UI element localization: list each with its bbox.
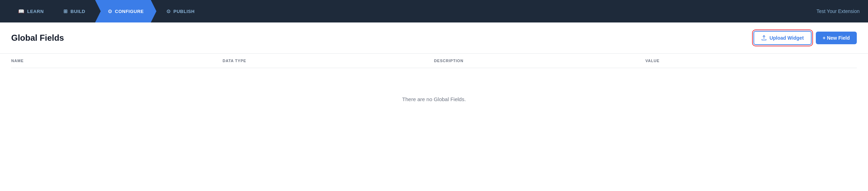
table-container: NAME DATA TYPE DESCRIPTION VALUE There a…	[0, 54, 868, 130]
configure-icon: ⊙	[108, 8, 112, 14]
build-icon: ⊞	[63, 8, 68, 14]
nav-item-build-label: BUILD	[70, 9, 85, 14]
col-header-datatype: DATA TYPE	[223, 59, 434, 63]
empty-state: There are no Global Fields.	[11, 68, 857, 130]
nav-steps: 📖 LEARN ⊞ BUILD ⊙ CONFIGURE ⊙ PUBLISH	[8, 0, 205, 22]
nav-item-publish-label: PUBLISH	[173, 9, 195, 14]
upload-widget-label: Upload Widget	[770, 35, 804, 41]
empty-message: There are no Global Fields.	[402, 96, 466, 102]
upload-icon	[761, 35, 767, 41]
nav-item-publish[interactable]: ⊙ PUBLISH	[157, 0, 205, 22]
nav-bar: 📖 LEARN ⊞ BUILD ⊙ CONFIGURE ⊙ PUBLISH Te…	[0, 0, 868, 22]
learn-icon: 📖	[18, 8, 25, 14]
nav-item-configure[interactable]: ⊙ CONFIGURE	[95, 0, 157, 22]
page-title: Global Fields	[11, 33, 64, 43]
header-actions: Upload Widget + New Field	[753, 31, 857, 45]
page-header: Global Fields Upload Widget + New Field	[0, 22, 868, 54]
upload-widget-button[interactable]: Upload Widget	[753, 31, 812, 45]
table-header: NAME DATA TYPE DESCRIPTION VALUE	[11, 54, 857, 68]
publish-icon: ⊙	[166, 8, 171, 14]
col-header-value: VALUE	[646, 59, 857, 63]
nav-item-learn-label: LEARN	[27, 9, 44, 14]
nav-item-learn[interactable]: 📖 LEARN	[8, 0, 54, 22]
new-field-label: + New Field	[823, 35, 850, 41]
nav-item-configure-label: CONFIGURE	[115, 9, 144, 14]
test-extension-link[interactable]: Test Your Extension	[817, 8, 860, 14]
new-field-button[interactable]: + New Field	[816, 32, 857, 44]
nav-item-build[interactable]: ⊞ BUILD	[54, 0, 95, 22]
col-header-name: NAME	[11, 59, 223, 63]
col-header-description: DESCRIPTION	[434, 59, 646, 63]
